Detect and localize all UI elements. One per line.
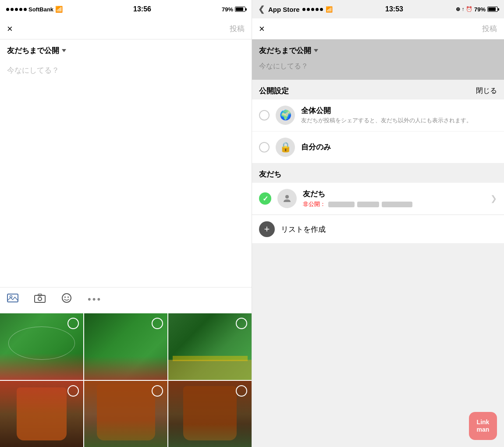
photo-cell-2[interactable]	[84, 313, 167, 380]
right-post-button[interactable]: 投稿	[482, 24, 497, 34]
left-battery-icon	[235, 7, 245, 12]
right-nav-bar: × 投稿	[252, 18, 504, 39]
svg-point-5	[62, 294, 71, 302]
camera-icon[interactable]	[34, 293, 46, 305]
private-option[interactable]: 🔒 自分のみ	[252, 131, 504, 163]
public-radio[interactable]	[259, 110, 270, 121]
friends-blurred-2	[357, 202, 379, 207]
left-privacy-label: 友だちまで公開	[7, 46, 59, 56]
more-icon[interactable]: •••	[88, 294, 102, 305]
left-privacy-chevron	[62, 49, 66, 52]
right-panel: ❮ App Store 📶 13:53 ⊕ ↑ ⏰ 79% × 投稿 友だちまで…	[252, 0, 504, 447]
friends-item[interactable]: ✓ 友だち 非公開： ❯	[252, 183, 504, 214]
left-battery-pct: 79%	[222, 6, 233, 13]
right-close-button[interactable]: ×	[259, 23, 265, 35]
right-time: 13:53	[385, 5, 403, 13]
friends-section: 友だち	[252, 163, 504, 183]
signal-dots	[6, 8, 27, 11]
private-icon-circle: 🔒	[276, 138, 295, 157]
photo-select-circle-3[interactable]	[236, 318, 247, 329]
photo-cell-4[interactable]	[0, 381, 83, 447]
friends-blurred-3	[382, 202, 412, 207]
left-toolbar: •••	[0, 287, 252, 311]
friends-check-icon: ✓	[259, 192, 271, 205]
right-privacy-chevron	[314, 49, 318, 52]
friends-sub: 非公開：	[303, 200, 484, 208]
section-divider: 公開設定 閉じる	[252, 80, 504, 99]
close-section-button[interactable]: 閉じる	[476, 86, 497, 96]
right-privacy-row[interactable]: 友だちまで公開	[259, 46, 497, 56]
public-option[interactable]: 🌍 全体公開 友だちが投稿をシェアすると、友だち以外の人にも表示されます。	[252, 99, 504, 131]
photo-select-circle-2[interactable]	[152, 318, 163, 329]
friends-sub-label: 非公開：	[303, 200, 326, 208]
photo-select-circle-4[interactable]	[67, 385, 79, 397]
friends-item-text: 友だち 非公開：	[303, 189, 484, 208]
left-battery-area: 79%	[222, 6, 245, 13]
left-post-button[interactable]: 投稿	[230, 24, 245, 34]
private-text: 自分のみ	[301, 142, 497, 153]
right-content-top: 友だちまで公開 今なにしてる？	[252, 39, 504, 80]
lock-icon: 🔒	[280, 142, 291, 153]
svg-rect-2	[35, 295, 45, 302]
right-signal-dots	[302, 8, 323, 11]
right-status-left: ❮ App Store 📶	[258, 4, 333, 14]
photo-cell-6[interactable]	[168, 381, 252, 447]
friends-section-title: 友だち	[259, 170, 281, 178]
photo-icon[interactable]	[7, 293, 18, 306]
photo-select-circle-5[interactable]	[152, 385, 163, 397]
public-text: 全体公開 友だちが投稿をシェアすると、友だち以外の人にも表示されます。	[301, 106, 497, 124]
left-status-bar: SoftBank 📶 13:56 79%	[0, 0, 252, 18]
svg-point-8	[285, 195, 289, 199]
right-compose-area: 今なにしてる？	[259, 62, 497, 71]
friends-chevron-right: ❯	[490, 194, 497, 203]
linkman-badge: Linkman	[469, 412, 497, 440]
left-close-button[interactable]: ×	[7, 23, 13, 35]
svg-point-3	[38, 297, 42, 301]
photo-cell-1[interactable]	[0, 313, 83, 380]
left-panel: SoftBank 📶 13:56 79% × 投稿 友だちまで公開 今なにしてる…	[0, 0, 252, 447]
right-privacy-label: 友だちまで公開	[259, 46, 311, 56]
private-radio[interactable]	[259, 142, 270, 153]
plus-icon: +	[259, 221, 275, 237]
left-privacy-row[interactable]: 友だちまで公開	[0, 39, 252, 62]
carrier-name: SoftBank	[28, 6, 53, 13]
linkman-text: Linkman	[477, 419, 490, 433]
left-nav-bar: × 投稿	[0, 18, 252, 39]
settings-list: 🌍 全体公開 友だちが投稿をシェアすると、友だち以外の人にも表示されます。 🔒 …	[252, 99, 504, 163]
friends-name: 友だち	[303, 189, 484, 199]
photo-cell-5[interactable]	[84, 381, 167, 447]
svg-rect-0	[7, 294, 18, 302]
left-carrier-area: SoftBank 📶	[6, 6, 63, 13]
public-icon-circle: 🌍	[276, 106, 295, 125]
right-battery-pct: 79%	[474, 6, 486, 13]
friends-avatar-circle	[277, 189, 297, 208]
left-compose-placeholder: 今なにしてる？	[7, 66, 59, 74]
public-subtitle: 友だちが投稿をシェアすると、友だち以外の人にも表示されます。	[301, 117, 497, 124]
right-battery-area: ⊕ ↑ ⏰ 79%	[456, 6, 498, 13]
svg-point-6	[64, 297, 66, 298]
private-title: 自分のみ	[301, 142, 497, 152]
right-status-bar: ❮ App Store 📶 13:53 ⊕ ↑ ⏰ 79%	[252, 0, 504, 18]
create-list-item[interactable]: + リストを作成	[252, 215, 504, 243]
friends-blurred-1	[328, 202, 355, 207]
emoji-icon[interactable]	[61, 293, 72, 306]
app-store-label: App Store	[268, 6, 300, 13]
photo-cell-3[interactable]	[168, 313, 252, 380]
right-compose-placeholder: 今なにしてる？	[259, 62, 308, 70]
create-list-label: リストを作成	[281, 224, 326, 234]
globe-icon: 🌍	[280, 110, 291, 121]
right-battery-icon	[487, 7, 498, 12]
right-wifi-icon: 📶	[326, 6, 333, 13]
photo-grid	[0, 313, 252, 447]
back-arrow-icon[interactable]: ❮	[258, 4, 265, 14]
photo-select-circle-6[interactable]	[236, 385, 247, 397]
wifi-icon: 📶	[55, 6, 63, 13]
section-title: 公開設定	[259, 86, 289, 96]
public-title: 全体公開	[301, 106, 497, 116]
photo-select-circle-1[interactable]	[67, 318, 79, 329]
left-time: 13:56	[133, 5, 151, 13]
right-battery-icon-symbols: ⊕ ↑ ⏰	[456, 6, 472, 12]
svg-point-7	[67, 297, 69, 298]
